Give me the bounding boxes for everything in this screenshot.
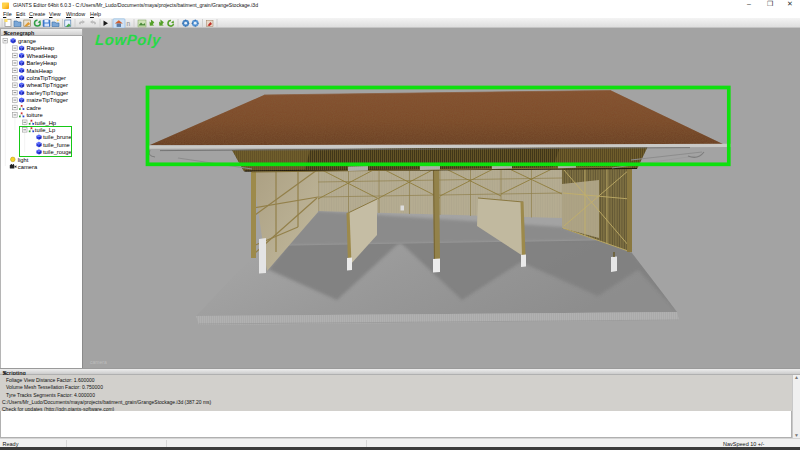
svg-text:light: light — [18, 156, 29, 162]
svg-text:grange: grange — [18, 37, 36, 43]
svg-text:cadre: cadre — [27, 104, 42, 110]
svg-text:camera: camera — [18, 164, 38, 170]
svg-text:barleyTipTrigger: barleyTipTrigger — [27, 89, 69, 95]
svg-text:BarleyHeap: BarleyHeap — [27, 60, 57, 66]
svg-text:colzaTipTrigger: colzaTipTrigger — [27, 75, 67, 81]
svg-text:n: n — [127, 19, 131, 26]
svg-text:toiture: toiture — [27, 112, 43, 118]
svg-text:WheatHeap: WheatHeap — [27, 52, 58, 58]
svg-text:tuile_Hp: tuile_Hp — [35, 119, 56, 125]
svg-text:maizeTipTrigger: maizeTipTrigger — [27, 97, 69, 103]
svg-text:wheatTipTrigger: wheatTipTrigger — [26, 82, 69, 88]
svg-text:MaisHeap: MaisHeap — [27, 67, 53, 73]
svg-text:RapeHeap: RapeHeap — [27, 45, 55, 51]
